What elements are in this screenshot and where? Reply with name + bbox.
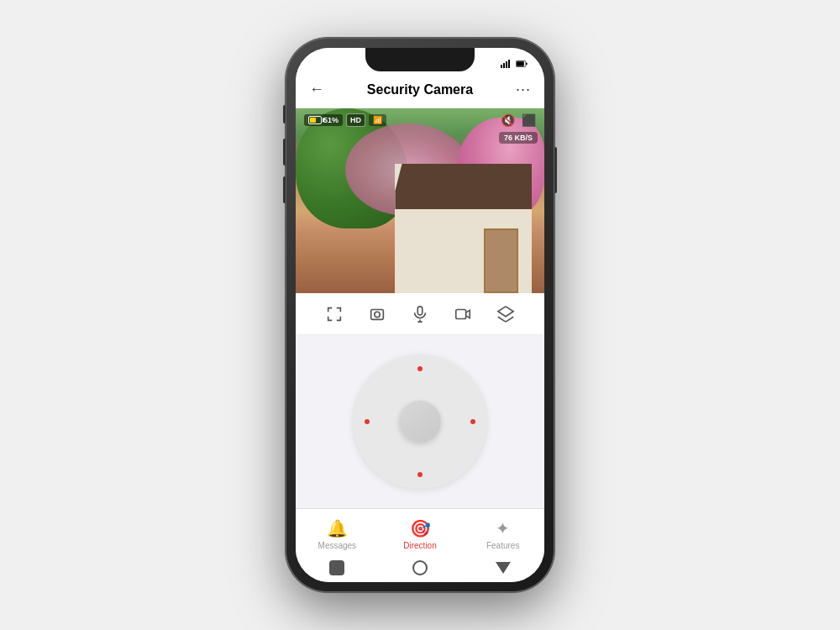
speed-badge: 76 KB/S <box>499 132 538 144</box>
direction-dot-up <box>417 366 423 371</box>
volume-up-button[interactable] <box>283 139 286 165</box>
features-icon: ✦ <box>496 518 510 538</box>
tab-direction-label: Direction <box>403 541 436 550</box>
sound-icon[interactable]: 🔇 <box>501 113 515 127</box>
recents-button[interactable] <box>329 560 344 575</box>
record-button[interactable] <box>449 301 476 328</box>
svg-rect-6 <box>517 61 524 66</box>
direction-dot-left <box>365 419 370 424</box>
hd-badge: HD <box>346 113 365 127</box>
power-button[interactable] <box>554 147 557 193</box>
page-title: Security Camera <box>367 82 473 97</box>
house-door <box>484 228 518 293</box>
svg-rect-0 <box>501 65 502 68</box>
camera-feed: 51% HD 📶 🔇 ⬛ 76 KB/S <box>296 108 544 293</box>
microphone-button[interactable] <box>407 301 433 328</box>
feed-overlay: 51% HD 📶 🔇 ⬛ <box>296 108 544 132</box>
volume-down-button[interactable] <box>283 176 286 203</box>
svg-rect-9 <box>417 306 423 314</box>
svg-rect-3 <box>508 60 510 68</box>
phone-screen: ← Security Camera ··· <box>296 48 544 582</box>
joystick-area <box>296 335 544 508</box>
feed-controls-right: 🔇 ⬛ <box>501 113 536 127</box>
phone-frame: ← Security Camera ··· <box>286 38 554 592</box>
controls-bar <box>296 293 544 335</box>
svg-rect-12 <box>456 309 466 318</box>
battery-badge: 51% <box>304 114 343 126</box>
fullscreen-icon[interactable]: ⬛ <box>522 113 536 127</box>
more-button[interactable]: ··· <box>516 81 531 98</box>
app-header: ← Security Camera ··· <box>296 71 544 108</box>
messages-icon: 🔔 <box>327 518 348 538</box>
direction-dot-down <box>417 472 423 477</box>
svg-line-13 <box>498 317 506 322</box>
tab-messages-label: Messages <box>318 541 357 550</box>
svg-point-8 <box>375 312 380 317</box>
tab-features[interactable]: ✦ Features <box>461 518 544 550</box>
svg-rect-2 <box>506 61 507 68</box>
joystick-center[interactable] <box>399 401 441 443</box>
tab-features-label: Features <box>486 541 519 550</box>
battery-status-icon <box>516 60 528 68</box>
svg-rect-5 <box>526 63 527 66</box>
svg-rect-7 <box>370 309 383 319</box>
svg-line-14 <box>506 317 513 322</box>
house-wall <box>395 164 532 293</box>
svg-rect-1 <box>503 63 505 68</box>
signal-icon <box>501 60 512 68</box>
tab-messages[interactable]: 🔔 Messages <box>296 518 379 550</box>
battery-icon <box>308 116 322 124</box>
battery-pct-label: 51% <box>323 116 339 124</box>
mute-button[interactable] <box>283 105 286 123</box>
house-roof <box>395 164 532 209</box>
home-button[interactable] <box>412 560 428 575</box>
back-nav-button[interactable] <box>496 562 511 574</box>
tab-direction[interactable]: 🎯 Direction <box>379 518 462 550</box>
home-area <box>296 559 544 582</box>
status-icons <box>501 60 528 68</box>
tab-bar: 🔔 Messages 🎯 Direction ✦ Features <box>296 508 544 559</box>
back-button[interactable]: ← <box>309 81 324 98</box>
feed-status-left: 51% HD 📶 <box>304 113 386 127</box>
screenshot-button[interactable] <box>364 301 391 328</box>
layers-button[interactable] <box>492 301 519 328</box>
joystick-ring[interactable] <box>353 354 487 489</box>
direction-dot-right <box>470 419 475 424</box>
signal-strength-badge: 📶 <box>369 114 386 126</box>
notch <box>365 48 475 71</box>
direction-icon: 🎯 <box>410 518 431 538</box>
battery-fill <box>310 118 316 123</box>
fullscreen-button[interactable] <box>321 301 348 328</box>
